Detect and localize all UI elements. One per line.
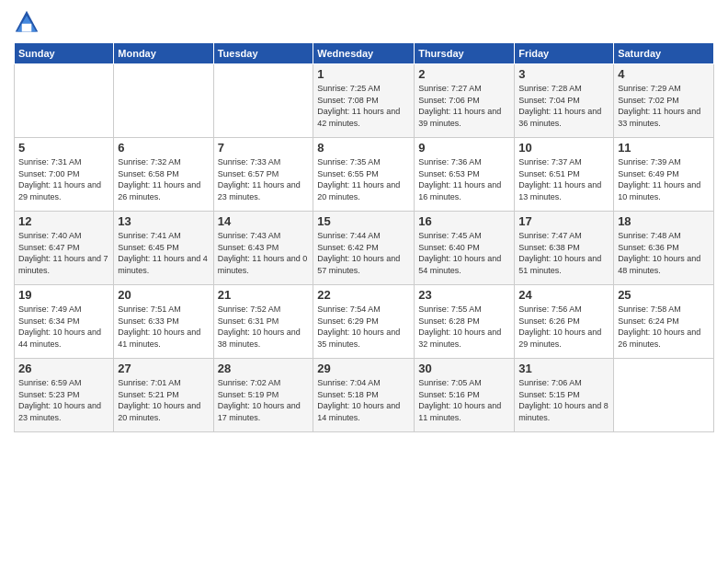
calendar-day-1: 1Sunrise: 7:25 AM Sunset: 7:08 PM Daylig…: [313, 64, 415, 138]
day-info: Sunrise: 6:59 AM Sunset: 5:23 PM Dayligh…: [18, 377, 109, 423]
calendar-day-28: 28Sunrise: 7:02 AM Sunset: 5:19 PM Dayli…: [213, 359, 313, 432]
calendar-week-2: 5Sunrise: 7:31 AM Sunset: 7:00 PM Daylig…: [15, 138, 714, 212]
weekday-header-monday: Monday: [114, 43, 213, 64]
calendar-week-1: 1Sunrise: 7:25 AM Sunset: 7:08 PM Daylig…: [15, 64, 714, 138]
day-info: Sunrise: 7:35 AM Sunset: 6:55 PM Dayligh…: [317, 156, 410, 202]
day-number: 5: [18, 141, 109, 155]
calendar-table: SundayMondayTuesdayWednesdayThursdayFrid…: [14, 42, 714, 432]
day-number: 7: [218, 141, 310, 155]
calendar-week-3: 12Sunrise: 7:40 AM Sunset: 6:47 PM Dayli…: [15, 212, 714, 285]
calendar-day-23: 23Sunrise: 7:55 AM Sunset: 6:28 PM Dayli…: [415, 285, 515, 359]
day-info: Sunrise: 7:39 AM Sunset: 6:49 PM Dayligh…: [618, 156, 710, 202]
calendar-day-7: 7Sunrise: 7:33 AM Sunset: 6:57 PM Daylig…: [213, 138, 313, 212]
calendar-week-4: 19Sunrise: 7:49 AM Sunset: 6:34 PM Dayli…: [15, 285, 714, 359]
day-number: 25: [618, 288, 710, 302]
day-info: Sunrise: 7:56 AM Sunset: 6:26 PM Dayligh…: [518, 304, 609, 350]
weekday-header-saturday: Saturday: [614, 43, 714, 64]
empty-cell: [15, 64, 114, 138]
weekday-header-thursday: Thursday: [415, 43, 515, 64]
day-info: Sunrise: 7:25 AM Sunset: 7:08 PM Dayligh…: [317, 83, 410, 129]
day-number: 26: [18, 362, 109, 375]
calendar-day-18: 18Sunrise: 7:48 AM Sunset: 6:36 PM Dayli…: [614, 212, 714, 285]
calendar-day-31: 31Sunrise: 7:06 AM Sunset: 5:15 PM Dayli…: [515, 359, 614, 432]
calendar-day-8: 8Sunrise: 7:35 AM Sunset: 6:55 PM Daylig…: [313, 138, 415, 212]
calendar-day-19: 19Sunrise: 7:49 AM Sunset: 6:34 PM Dayli…: [15, 285, 114, 359]
weekday-header-row: SundayMondayTuesdayWednesdayThursdayFrid…: [15, 43, 714, 64]
day-number: 31: [518, 362, 609, 375]
weekday-header-sunday: Sunday: [15, 43, 114, 64]
calendar-day-27: 27Sunrise: 7:01 AM Sunset: 5:21 PM Dayli…: [114, 359, 213, 432]
calendar-day-29: 29Sunrise: 7:04 AM Sunset: 5:18 PM Dayli…: [313, 359, 415, 432]
empty-cell: [114, 64, 213, 138]
calendar-day-25: 25Sunrise: 7:58 AM Sunset: 6:24 PM Dayli…: [614, 285, 714, 359]
day-info: Sunrise: 7:45 AM Sunset: 6:40 PM Dayligh…: [418, 230, 510, 276]
day-number: 27: [118, 362, 209, 375]
day-number: 30: [418, 362, 510, 375]
weekday-header-friday: Friday: [515, 43, 614, 64]
day-info: Sunrise: 7:51 AM Sunset: 6:33 PM Dayligh…: [118, 304, 209, 350]
day-number: 12: [18, 214, 109, 228]
day-number: 3: [518, 67, 609, 81]
day-number: 19: [18, 288, 109, 302]
day-info: Sunrise: 7:04 AM Sunset: 5:18 PM Dayligh…: [317, 377, 410, 423]
day-number: 4: [618, 67, 710, 81]
svg-rect-2: [22, 24, 32, 32]
day-info: Sunrise: 7:47 AM Sunset: 6:38 PM Dayligh…: [518, 230, 609, 276]
calendar-day-11: 11Sunrise: 7:39 AM Sunset: 6:49 PM Dayli…: [614, 138, 714, 212]
day-number: 17: [518, 214, 609, 228]
day-number: 15: [317, 214, 410, 228]
day-number: 9: [418, 141, 510, 155]
day-number: 18: [618, 214, 710, 228]
day-info: Sunrise: 7:58 AM Sunset: 6:24 PM Dayligh…: [618, 304, 710, 350]
calendar-day-10: 10Sunrise: 7:37 AM Sunset: 6:51 PM Dayli…: [515, 138, 614, 212]
day-number: 22: [317, 288, 410, 302]
calendar-day-24: 24Sunrise: 7:56 AM Sunset: 6:26 PM Dayli…: [515, 285, 614, 359]
day-info: Sunrise: 7:54 AM Sunset: 6:29 PM Dayligh…: [317, 304, 410, 350]
weekday-header-wednesday: Wednesday: [313, 43, 415, 64]
day-number: 8: [317, 141, 410, 155]
day-info: Sunrise: 7:06 AM Sunset: 5:15 PM Dayligh…: [518, 377, 609, 423]
logo: [14, 9, 43, 35]
header: [14, 9, 714, 35]
calendar-day-9: 9Sunrise: 7:36 AM Sunset: 6:53 PM Daylig…: [415, 138, 515, 212]
calendar-day-20: 20Sunrise: 7:51 AM Sunset: 6:33 PM Dayli…: [114, 285, 213, 359]
empty-cell: [213, 64, 313, 138]
calendar-day-16: 16Sunrise: 7:45 AM Sunset: 6:40 PM Dayli…: [415, 212, 515, 285]
weekday-header-tuesday: Tuesday: [213, 43, 313, 64]
calendar-day-26: 26Sunrise: 6:59 AM Sunset: 5:23 PM Dayli…: [15, 359, 114, 432]
day-info: Sunrise: 7:41 AM Sunset: 6:45 PM Dayligh…: [118, 230, 209, 276]
day-info: Sunrise: 7:28 AM Sunset: 7:04 PM Dayligh…: [518, 83, 609, 129]
calendar-day-4: 4Sunrise: 7:29 AM Sunset: 7:02 PM Daylig…: [614, 64, 714, 138]
day-number: 11: [618, 141, 710, 155]
day-info: Sunrise: 7:05 AM Sunset: 5:16 PM Dayligh…: [418, 377, 510, 423]
calendar-day-2: 2Sunrise: 7:27 AM Sunset: 7:06 PM Daylig…: [415, 64, 515, 138]
day-number: 1: [317, 67, 410, 81]
day-info: Sunrise: 7:29 AM Sunset: 7:02 PM Dayligh…: [618, 83, 710, 129]
calendar-day-15: 15Sunrise: 7:44 AM Sunset: 6:42 PM Dayli…: [313, 212, 415, 285]
logo-icon: [14, 9, 40, 35]
day-number: 28: [218, 362, 310, 375]
day-info: Sunrise: 7:43 AM Sunset: 6:43 PM Dayligh…: [218, 230, 310, 276]
day-number: 23: [418, 288, 510, 302]
calendar-day-5: 5Sunrise: 7:31 AM Sunset: 7:00 PM Daylig…: [15, 138, 114, 212]
day-number: 24: [518, 288, 609, 302]
day-number: 10: [518, 141, 609, 155]
calendar-day-6: 6Sunrise: 7:32 AM Sunset: 6:58 PM Daylig…: [114, 138, 213, 212]
calendar-day-13: 13Sunrise: 7:41 AM Sunset: 6:45 PM Dayli…: [114, 212, 213, 285]
day-number: 6: [118, 141, 209, 155]
page: SundayMondayTuesdayWednesdayThursdayFrid…: [0, 0, 728, 563]
calendar-day-14: 14Sunrise: 7:43 AM Sunset: 6:43 PM Dayli…: [213, 212, 313, 285]
day-number: 14: [218, 214, 310, 228]
day-number: 20: [118, 288, 209, 302]
day-info: Sunrise: 7:33 AM Sunset: 6:57 PM Dayligh…: [218, 156, 310, 202]
day-info: Sunrise: 7:02 AM Sunset: 5:19 PM Dayligh…: [218, 377, 310, 423]
calendar-day-30: 30Sunrise: 7:05 AM Sunset: 5:16 PM Dayli…: [415, 359, 515, 432]
day-number: 29: [317, 362, 410, 375]
day-info: Sunrise: 7:32 AM Sunset: 6:58 PM Dayligh…: [118, 156, 209, 202]
empty-cell: [614, 359, 714, 432]
day-info: Sunrise: 7:31 AM Sunset: 7:00 PM Dayligh…: [18, 156, 109, 202]
calendar-day-22: 22Sunrise: 7:54 AM Sunset: 6:29 PM Dayli…: [313, 285, 415, 359]
day-number: 21: [218, 288, 310, 302]
calendar-day-21: 21Sunrise: 7:52 AM Sunset: 6:31 PM Dayli…: [213, 285, 313, 359]
day-info: Sunrise: 7:01 AM Sunset: 5:21 PM Dayligh…: [118, 377, 209, 423]
